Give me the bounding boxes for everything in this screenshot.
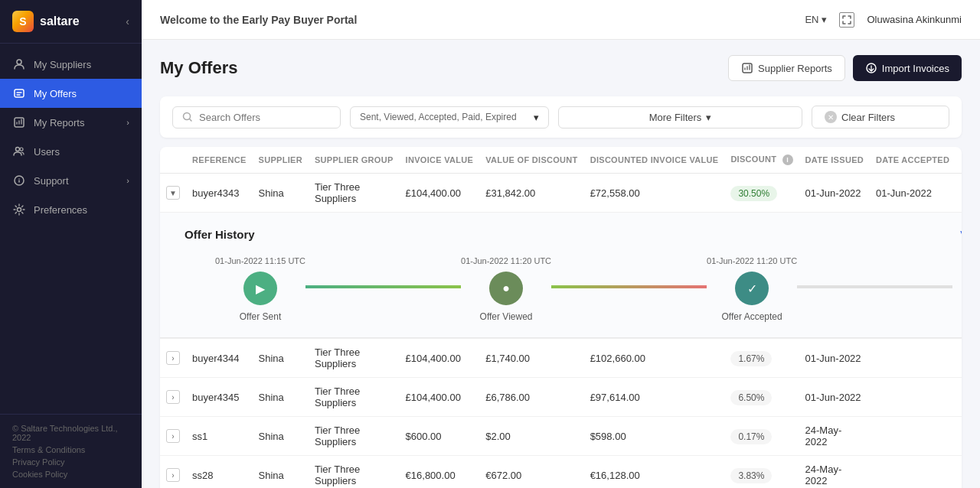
col-date-issued: DATE ISSUED [799,147,870,174]
cell-date-accepted [870,339,956,378]
expand-button[interactable]: ▼ [166,186,180,200]
page-title: My Offers [160,58,237,78]
search-input[interactable] [199,112,322,123]
sidebar-nav: My Suppliers My Offers My Reports › User… [0,44,142,414]
sidebar-footer: © Saltare Technologies Ltd., 2022 Terms … [0,414,142,488]
cell-supplier-group: Tier Three Suppliers [309,339,400,378]
cell-invoice-value: £104,400.00 [400,378,480,417]
offer-history-row: Offer History View More Information 01-J… [160,213,962,339]
step-label: Offer Accepted [722,311,782,322]
svg-rect-1 [15,89,24,97]
sidebar-logo: S saltare ‹ [0,0,142,44]
offer-sent-circle: ▶ [243,272,277,305]
col-date-accepted: DATE ACCEPTED [870,147,956,174]
more-filters-button[interactable]: More Filters ▾ [558,106,802,129]
status-filter-text: Sent, Viewed, Accepted, Paid, Expired [360,112,534,122]
cell-invoice-value: £104,400.00 [400,339,480,378]
sidebar-item-my-offers[interactable]: My Offers [0,79,142,108]
cell-value-of-discount: £31,842.00 [479,174,583,213]
cell-date-accepted [870,378,956,417]
offer-history-title: Offer History [185,228,255,241]
step-timestamp: 01-Jun-2022 11:20 UTC [707,256,797,265]
table-row: › buyer4345 Shina Tier Three Suppliers £… [160,378,962,417]
clear-filters-button[interactable]: ✕ Clear Filters [812,106,949,129]
cell-discounted-invoice-value: £102,660.00 [584,339,725,378]
cell-reference: ss28 [186,456,253,489]
cell-supplier: Shina [253,417,309,456]
cell-date-issued: 01-Jun-2022 [799,339,870,378]
sidebar-item-my-reports[interactable]: My Reports › [0,108,142,137]
offers-icon [12,86,26,100]
offer-history: Offer History View More Information 01-J… [160,213,962,338]
support-icon [12,174,26,187]
table-header: REFERENCE SUPPLIER SUPPLIER GROUP INVOIC… [160,147,962,174]
cell-supplier: Shina [253,456,309,489]
sidebar-item-label: My Offers [34,88,77,99]
svg-point-6 [18,208,21,212]
cell-discounted-invoice-value: £97,614.00 [584,378,725,417]
step-timestamp: 01-Jun-2022 11:20 UTC [461,256,551,265]
cell-supplier-group: Tier Three Suppliers [309,456,400,489]
sidebar: S saltare ‹ My Suppliers My Offers My Re… [0,0,142,488]
svg-point-3 [16,148,20,151]
content-area: My Offers Supplier Reports Import Invoic… [142,40,980,488]
timeline-line-3 [797,285,952,288]
cell-date-accepted [870,417,956,456]
cell-discount: 6.50% [724,378,799,417]
language-selector[interactable]: EN ▾ [805,14,827,25]
cell-expiry-date: 10-Jun-2022 [956,339,962,378]
sidebar-item-users[interactable]: Users [0,137,142,166]
cell-value-of-discount: £1,740.00 [479,339,583,378]
view-more-link[interactable]: View More Information [960,229,962,240]
col-expiry-date: EXPIRY DATE [956,147,962,174]
reports-icon [12,115,26,129]
cell-supplier-group: Tier Three Suppliers [309,417,400,456]
chevron-icon: › [126,176,129,185]
filter-bar: Sent, Viewed, Accepted, Paid, Expired ▾ … [160,96,962,138]
svg-point-4 [20,148,23,151]
cell-discount: 3.83% [724,456,799,489]
expand-button[interactable]: › [166,468,180,482]
logo-icon: S [12,11,34,32]
sidebar-item-label: Support [34,175,69,187]
cell-discounted-invoice-value: $598.00 [584,417,725,456]
supplier-reports-button[interactable]: Supplier Reports [728,55,845,81]
sidebar-collapse-btn[interactable]: ‹ [126,15,129,28]
users-icon [12,145,26,158]
clear-icon: ✕ [825,111,837,123]
expand-button[interactable]: › [166,351,180,365]
cookies-link[interactable]: Cookies Policy [12,470,129,479]
cell-invoice-value: €16,800.00 [400,456,480,489]
search-icon [182,112,193,122]
topbar-title: Welcome to the Early Pay Buyer Portal [160,14,805,26]
terms-link[interactable]: Terms & Conditions [12,445,129,454]
col-value-of-discount: VALUE OF DISCOUNT [479,147,583,174]
sidebar-item-label: Preferences [34,204,87,216]
status-filter[interactable]: Sent, Viewed, Accepted, Paid, Expired ▾ [350,106,549,129]
cell-date-accepted [870,456,956,489]
cell-expiry-date: 27-May-2022 [956,417,962,456]
col-discount: DISCOUNT i [724,147,799,174]
chevron-down-icon: ▾ [534,112,539,123]
offer-history-header: Offer History View More Information [185,228,962,241]
sidebar-item-preferences[interactable]: Preferences [0,195,142,224]
expand-button[interactable]: › [166,390,180,404]
discount-info-icon[interactable]: i [782,155,793,165]
step-label: Offer Viewed [480,311,533,322]
sidebar-item-support[interactable]: Support › [0,166,142,195]
import-invoices-button[interactable]: Import Invoices [853,55,962,81]
table-row: › ss1 Shina Tier Three Suppliers $600.00… [160,417,962,456]
preferences-icon [12,203,26,216]
fullscreen-button[interactable] [839,12,854,28]
privacy-link[interactable]: Privacy Policy [12,457,129,467]
search-wrap[interactable] [172,106,341,129]
col-supplier-group: SUPPLIER GROUP [309,147,400,174]
chevron-icon: › [126,118,129,127]
col-expand [160,147,186,174]
cell-expiry-date: 23-Jun-2022 [956,456,962,489]
sidebar-item-my-suppliers[interactable]: My Suppliers [0,50,142,79]
expand-button[interactable]: › [166,429,180,443]
cell-reference: buyer4345 [186,378,253,417]
cell-invoice-value: £104,400.00 [400,174,480,213]
cell-reference: buyer4344 [186,339,253,378]
